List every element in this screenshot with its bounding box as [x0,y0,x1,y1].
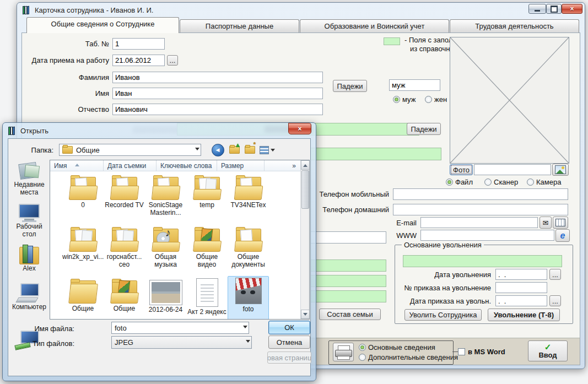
photo-source-scanner-label: Сканер [494,178,518,186]
print-additional-radio[interactable] [359,354,366,361]
dismissal-reason-field[interactable] [403,255,562,267]
file-item[interactable]: Общие документы [228,226,269,278]
photo-source-file-radio[interactable] [446,179,453,186]
photo-button[interactable]: Фото [450,164,473,175]
dismissal-date-field[interactable] [495,269,547,280]
hire-date-picker-button[interactable]: ... [167,55,178,66]
open-website-button[interactable]: e [555,229,570,242]
patronymic-field[interactable] [112,104,323,115]
picture-icon [555,165,566,174]
photo-source-scanner-radio[interactable] [484,179,492,186]
dismissal-date-picker[interactable]: ... [549,269,561,280]
photo-browse-button[interactable] [552,164,569,176]
file-item[interactable]: temp [186,175,228,226]
enter-button[interactable]: ✓ Ввод [528,340,568,361]
back-button[interactable]: ◀ [211,143,224,156]
order-date-picker[interactable]: ... [549,295,561,306]
file-item[interactable]: TV34NETex [228,175,269,226]
dismissal-order-field[interactable] [495,282,547,293]
msword-checkbox[interactable] [458,348,465,355]
ok-button[interactable]: ОК [268,321,310,334]
file-item[interactable]: Акт 2 яндекс [186,278,228,320]
gender-field[interactable] [389,79,440,91]
email-field[interactable] [420,217,538,228]
file-item[interactable]: ♪ Общая музыка [145,226,186,278]
column-header-keywords[interactable]: Ключевые слова [157,160,217,171]
home-phone-field[interactable] [393,204,568,215]
file-item-label: Общие [104,305,145,312]
file-item[interactable]: 2012-06-24 [145,278,186,320]
photo-source-camera-radio[interactable] [527,179,534,186]
mobile-phone-field[interactable] [393,188,568,200]
file-item-selected[interactable]: foto [228,276,269,320]
file-item[interactable]: win2k_xp_vi... [62,226,104,278]
gender-female-radio[interactable] [425,96,432,103]
name-field[interactable] [112,88,323,99]
dialog-body: Папка: Общие ◀ ▲ * Недавние места [8,138,311,376]
cases-button[interactable]: Падежи [333,80,367,92]
up-level-button[interactable]: ▲ [228,143,241,156]
send-email-button[interactable]: ✉ [540,217,552,229]
place-computer[interactable]: Компьютер [9,283,50,311]
column-header-name[interactable]: Имя [50,160,104,171]
place-desktop-label: Рабочий стол [16,223,42,238]
file-item[interactable]: Recorded TV [104,175,145,226]
column-header-date[interactable]: Дата съемки [104,160,157,171]
new-folder-button[interactable]: * [243,143,256,156]
place-recent[interactable]: Недавние места [9,161,50,196]
scroll-up-button[interactable] [301,160,310,170]
list-scrollbar[interactable] [300,160,310,319]
views-button[interactable] [258,143,276,156]
column-date-label: Дата съемки [107,162,146,170]
file-item-label: 0 [62,201,104,209]
hire-date-field[interactable] [112,55,165,66]
file-item[interactable]: Общие [104,278,145,320]
minimize-button[interactable] [528,4,546,14]
dismissal-group-title: Основание увольнения [402,241,484,249]
www-field[interactable] [420,230,554,241]
print-button[interactable] [333,343,354,361]
cancel-button[interactable]: Отмена [268,336,310,349]
maximize-button[interactable] [546,4,562,14]
more-columns-icon: » [292,162,296,170]
order-date-field[interactable] [495,295,547,306]
surname-field[interactable] [112,72,323,83]
file-name-arrow [243,326,247,331]
dismiss-employee-button[interactable]: Уволить Сотрудника [404,309,482,321]
scrollbar-thumb[interactable] [301,170,309,209]
tab-no-field[interactable] [112,38,165,50]
order-date-label: Дата приказа на увольн. [326,297,491,305]
column-name-label: Имя [54,162,67,170]
file-item[interactable]: Общие [62,278,104,320]
gender-male-radio[interactable] [393,96,400,103]
family-button[interactable]: Состав семьи [319,309,381,320]
cases-button-2[interactable]: Падежи [407,123,441,135]
tab-passport[interactable]: Паспортные данные [180,19,299,33]
clipped-disabled-button: овая страниц [267,351,311,364]
column-header-more[interactable]: » [265,160,301,171]
column-header-size[interactable]: Размер [217,160,265,171]
file-item[interactable]: 0 [62,175,104,226]
scroll-down-button[interactable] [301,310,310,319]
tab-general[interactable]: Общие сведения о Сотруднике [26,17,179,33]
close-button[interactable]: × [562,4,582,14]
photo-path-field[interactable] [474,164,551,175]
file-name-combobox[interactable]: foto [111,322,249,334]
file-item[interactable]: горснабст... сео [104,226,145,278]
place-desktop[interactable]: Рабочий стол [9,204,50,238]
file-item[interactable]: SonicStage Masterin... [145,175,186,226]
tab-career[interactable]: Трудовая деятельность [450,19,579,33]
file-type-combobox[interactable]: JPEG [111,336,252,349]
file-item-label: SonicStage Masterin... [145,201,186,217]
file-item[interactable]: Общие видео [186,226,228,278]
tab-no-label: Таб. № [50,40,109,48]
dialog-close-button[interactable]: × [288,123,311,134]
tab-education[interactable]: Образование и Воинский учет [300,19,449,33]
dismissal-t8-button[interactable]: Увольнение (Т-8) [488,309,560,321]
folder-combobox[interactable]: Общие [59,144,201,156]
print-main-label: Основные сведения [368,343,435,351]
print-main-radio[interactable] [359,344,366,351]
email-list-button[interactable] [553,217,568,229]
place-user-label: Alex [23,264,35,272]
place-user[interactable]: Alex [9,245,50,272]
